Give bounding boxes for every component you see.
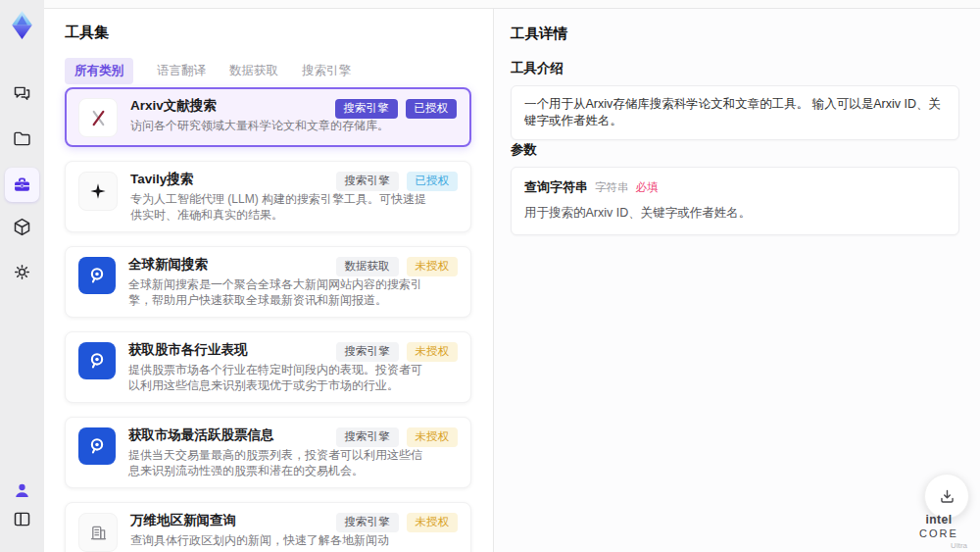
tab-2[interactable]: 数据获取 xyxy=(229,58,278,84)
tool-description: 提供股票市场各个行业在特定时间段内的表现。投资者可以利用这些信息来识别表现优于或… xyxy=(128,362,427,393)
tool-description: 提供当天交易量最高的股票列表，投资者可以利用这些信息来识别流动性强的股票和潜在的… xyxy=(128,447,427,478)
category-tabs: 所有类别语言翻译数据获取搜索引擎 xyxy=(65,58,351,84)
news-building-icon xyxy=(88,523,109,543)
tab-0[interactable]: 所有类别 xyxy=(65,58,133,84)
category-badge: 数据获取 xyxy=(336,257,399,276)
blueq-icon xyxy=(78,342,116,379)
tool-badges: 搜索引擎已授权 xyxy=(336,172,459,191)
user-icon[interactable] xyxy=(8,477,36,505)
param-name: 查询字符串 xyxy=(524,178,588,196)
intro-text-box: 一个用于从Arxiv存储库搜索科学论文和文章的工具。 输入可以是Arxiv ID… xyxy=(511,85,959,140)
detail-title: 工具详情 xyxy=(511,25,567,43)
left-rail xyxy=(0,0,44,552)
tool-badges: 搜索引擎未授权 xyxy=(336,513,459,532)
param-header: 查询字符串 字符串 必填 xyxy=(524,178,946,196)
ultra-wordmark: Ultra xyxy=(906,541,971,550)
tool-badges: 搜索引擎已授权 xyxy=(335,99,458,119)
authorized-badge: 已授权 xyxy=(406,99,458,119)
authorized-badge: 已授权 xyxy=(407,172,459,191)
news-icon xyxy=(78,513,118,552)
cube-icon[interactable] xyxy=(8,213,36,241)
tavily-icon xyxy=(78,172,118,211)
arxiv-logo-icon xyxy=(88,108,109,128)
category-badge: 搜索引擎 xyxy=(336,427,399,447)
unauthorized-badge: 未授权 xyxy=(407,513,459,532)
panel-icon[interactable] xyxy=(8,505,36,533)
tool-badges: 搜索引擎未授权 xyxy=(336,342,459,362)
folder-icon[interactable] xyxy=(8,125,36,153)
intel-core-logo: intel CORE Ultra xyxy=(906,513,971,550)
category-badge: 搜索引擎 xyxy=(336,342,399,362)
gear-icon[interactable] xyxy=(8,258,36,286)
toolbox-icon[interactable] xyxy=(5,168,39,202)
search-q-icon xyxy=(86,350,108,372)
tool-card-2[interactable]: 全球新闻搜索全球新闻搜索是一个聚合全球各大新闻网站内容的搜索引擎，帮助用户快速获… xyxy=(65,246,471,318)
blueq-icon xyxy=(78,427,116,465)
category-badge: 搜索引擎 xyxy=(336,172,399,191)
arxiv-icon xyxy=(78,98,118,137)
param-description: 用于搜索的Arxiv ID、关键字或作者姓名。 xyxy=(524,205,946,222)
tool-card-0[interactable]: Arxiv文献搜索访问各个研究领域大量科学论文和文章的存储库。搜索引擎已授权 xyxy=(65,87,471,147)
app-logo-gem-icon xyxy=(6,9,38,41)
unauthorized-badge: 未授权 xyxy=(407,257,459,276)
param-type: 字符串 xyxy=(595,180,629,195)
tool-card-3[interactable]: 获取股市各行业表现提供股票市场各个行业在特定时间段内的表现。投资者可以利用这些信… xyxy=(65,331,471,403)
tool-description: 访问各个研究领域大量科学论文和文章的存储库。 xyxy=(130,118,429,133)
core-wordmark: CORE xyxy=(919,527,958,539)
tool-description: 查询具体行政区划内的新闻，快速了解各地新闻动 xyxy=(130,532,429,548)
tool-description: 专为人工智能代理 (LLM) 构建的搜索引擎工具。可快速提供实时、准确和真实的结… xyxy=(130,191,429,223)
tool-detail-panel: 工具详情 工具介绍 一个用于从Arxiv存储库搜索科学论文和文章的工具。 输入可… xyxy=(494,9,980,552)
param-card: 查询字符串 字符串 必填 用于搜索的Arxiv ID、关键字或作者姓名。 xyxy=(511,167,959,235)
tool-card-4[interactable]: 获取市场最活跃股票信息提供当天交易量最高的股票列表，投资者可以利用这些信息来识别… xyxy=(65,417,471,488)
params-heading: 参数 xyxy=(511,141,537,159)
intel-wordmark: intel xyxy=(925,513,952,527)
tool-list-panel: 工具集 所有类别语言翻译数据获取搜索引擎 Arxiv文献搜索访问各个研究领域大量… xyxy=(44,9,493,552)
tab-3[interactable]: 搜索引擎 xyxy=(302,58,351,84)
tavily-star-icon xyxy=(88,181,108,201)
intro-heading: 工具介绍 xyxy=(511,60,564,77)
category-badge: 搜索引擎 xyxy=(336,513,399,532)
tool-card-list: Arxiv文献搜索访问各个研究领域大量科学论文和文章的存储库。搜索引擎已授权Ta… xyxy=(65,87,471,552)
unauthorized-badge: 未授权 xyxy=(407,427,459,447)
tool-description: 全球新闻搜索是一个聚合全球各大新闻网站内容的搜索引擎，帮助用户快速获取全球最新资… xyxy=(128,276,427,308)
tool-card-5[interactable]: 万维地区新闻查询查询具体行政区划内的新闻，快速了解各地新闻动搜索引擎未授权 xyxy=(65,502,471,552)
unauthorized-badge: 未授权 xyxy=(407,342,459,362)
download-icon xyxy=(938,487,956,506)
param-required-badge: 必填 xyxy=(636,180,659,195)
search-q-icon xyxy=(86,265,108,286)
category-badge: 搜索引擎 xyxy=(335,99,398,119)
blueq-icon xyxy=(78,257,116,294)
tab-1[interactable]: 语言翻译 xyxy=(157,58,206,84)
tool-badges: 数据获取未授权 xyxy=(336,257,459,276)
window-top-strip xyxy=(44,0,980,8)
page-title: 工具集 xyxy=(65,24,109,42)
tool-card-1[interactable]: Tavily搜索专为人工智能代理 (LLM) 构建的搜索引擎工具。可快速提供实时… xyxy=(65,161,471,232)
tool-badges: 搜索引擎未授权 xyxy=(336,427,459,447)
chat-icon[interactable] xyxy=(8,79,36,108)
search-q-icon xyxy=(86,435,108,457)
app-window: 工具集 所有类别语言翻译数据获取搜索引擎 Arxiv文献搜索访问各个研究领域大量… xyxy=(0,0,980,552)
